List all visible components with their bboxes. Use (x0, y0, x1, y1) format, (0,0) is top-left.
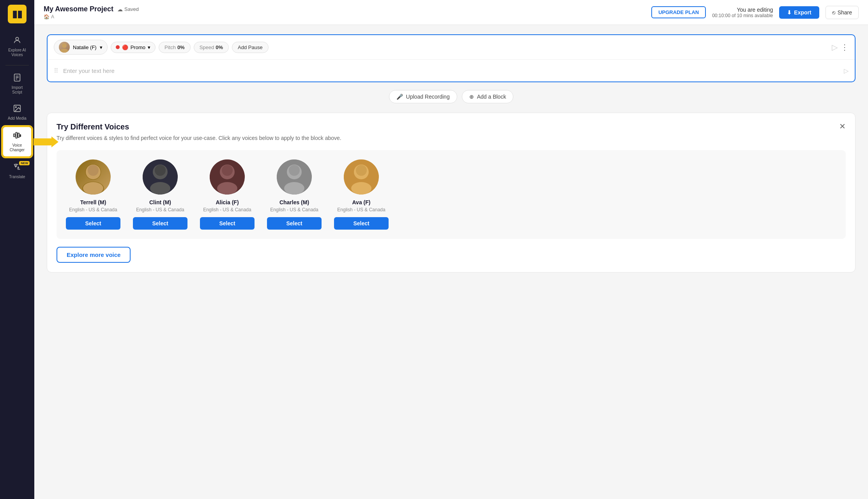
svg-point-34 (351, 182, 371, 195)
logo-icon: ▮▮ (12, 9, 22, 19)
add-block-button[interactable]: ⊕ Add a Block (462, 90, 514, 103)
pitch-label: Pitch (164, 44, 176, 50)
breadcrumb-label: A (51, 14, 54, 19)
microphone-icon: 🎤 (396, 94, 403, 100)
sidebar-item-explore-ai[interactable]: Explore AIVoices (2, 32, 32, 61)
voices-panel-header: Try Different Voices ✕ (57, 122, 846, 131)
sidebar-item-import-script-label: ImportScript (12, 85, 23, 95)
new-badge: NEW (19, 161, 30, 165)
add-media-icon (13, 104, 21, 115)
saved-badge: ☁ Saved (117, 6, 139, 12)
share-label: Share (838, 9, 852, 16)
clint-name: Clint (M) (149, 199, 171, 205)
style-selector[interactable]: 🔴 Promo ▾ (111, 42, 156, 53)
action-row: 🎤 Upload Recording ⊕ Add a Block (47, 90, 856, 103)
voice-changer-icon (13, 131, 21, 142)
svg-point-0 (16, 37, 18, 40)
svg-point-33 (356, 165, 367, 176)
share-button[interactable]: ⎋ Share (826, 6, 859, 19)
mini-play-button[interactable]: ▷ (844, 67, 849, 74)
alicia-avatar (210, 159, 245, 195)
voice-selector[interactable]: Natalie (F) ▾ (54, 40, 108, 55)
voice-name: Natalie (F) (73, 44, 97, 50)
sidebar-item-translate[interactable]: NEW Translate (2, 159, 32, 183)
voices-grid: Terrell (M) English - US & Canada Select… (57, 150, 846, 239)
svg-point-13 (60, 49, 68, 53)
voice-dropdown-icon: ▾ (100, 44, 103, 50)
export-icon: ⬇ (787, 9, 792, 16)
text-block-toolbar: Natalie (F) ▾ 🔴 Promo ▾ Pitch 0% Speed 0… (48, 35, 855, 60)
style-dropdown-icon: ▾ (148, 44, 150, 50)
voice-card-ava: Ava (F) English - US & Canada Select (334, 159, 389, 230)
main-content: My Awesome Project ☁ Saved 🏠 A UPGRADE P… (34, 0, 868, 499)
sidebar-item-add-media[interactable]: Add Media (2, 100, 32, 125)
pitch-value: 0% (177, 44, 185, 50)
explore-ai-icon (13, 36, 21, 46)
plus-circle-icon: ⊕ (469, 94, 474, 100)
terrell-name: Terrell (M) (80, 199, 106, 205)
sidebar-item-add-media-label: Add Media (8, 116, 27, 121)
header-left: My Awesome Project ☁ Saved 🏠 A (44, 5, 139, 19)
export-button[interactable]: ⬇ Export (779, 6, 819, 19)
select-clint-button[interactable]: Select (133, 217, 187, 230)
style-dot-2: 🔴 (122, 44, 128, 50)
saved-status: Saved (124, 6, 139, 12)
cloud-icon: ☁ (117, 6, 123, 12)
you-are-editing-text: You are editing (737, 7, 773, 13)
pitch-control[interactable]: Pitch 0% (159, 42, 191, 53)
upload-recording-label: Upload Recording (406, 94, 450, 100)
svg-point-17 (88, 165, 99, 176)
svg-point-12 (62, 43, 67, 48)
import-script-icon (13, 73, 21, 84)
voice-card-alicia: Alicia (F) English - US & Canada Select (200, 159, 255, 230)
add-pause-button[interactable]: Add Pause (232, 42, 269, 53)
text-placeholder[interactable]: Enter your text here (63, 67, 839, 74)
sidebar: ▮▮ Explore AIVoices ImportScript Add Med… (0, 0, 34, 499)
svg-point-21 (155, 165, 166, 176)
voice-card-clint: Clint (M) English - US & Canada Select (133, 159, 187, 230)
select-ava-button[interactable]: Select (334, 217, 389, 230)
charles-avatar (277, 159, 312, 195)
select-terrell-button[interactable]: Select (66, 217, 120, 230)
ava-lang: English - US & Canada (337, 207, 385, 212)
style-dot (116, 45, 120, 49)
upgrade-plan-button[interactable]: UPGRADE PLAN (651, 6, 706, 18)
clint-lang: English - US & Canada (136, 207, 184, 212)
share-icon: ⎋ (832, 9, 835, 16)
play-button[interactable]: ▷ (832, 42, 838, 52)
sidebar-item-import-script[interactable]: ImportScript (2, 69, 32, 99)
more-options-button[interactable]: ⋮ (841, 42, 849, 52)
voice-card-charles: Charles (M) English - US & Canada Select (267, 159, 322, 230)
charles-name: Charles (M) (279, 199, 309, 205)
header: My Awesome Project ☁ Saved 🏠 A UPGRADE P… (34, 0, 868, 25)
alicia-lang: English - US & Canada (203, 207, 251, 212)
add-block-label: Add a Block (477, 94, 506, 100)
select-alicia-button[interactable]: Select (200, 217, 255, 230)
sidebar-item-voice-changer-label: VoiceChanger (10, 143, 25, 152)
speed-value: 0% (216, 44, 223, 50)
upload-recording-button[interactable]: 🎤 Upload Recording (389, 90, 457, 103)
select-charles-button[interactable]: Select (267, 217, 322, 230)
svg-point-25 (222, 165, 233, 176)
terrell-avatar (76, 159, 111, 195)
breadcrumb: 🏠 A (44, 14, 139, 19)
sidebar-item-voice-changer[interactable]: VoiceChanger (2, 126, 32, 157)
app-logo: ▮▮ (8, 5, 27, 23)
you-are-editing-section: You are editing 00:10:00 of 10 mins avai… (712, 7, 773, 18)
voice-card-terrell: Terrell (M) English - US & Canada Select (66, 159, 120, 230)
content-area: Natalie (F) ▾ 🔴 Promo ▾ Pitch 0% Speed 0… (34, 25, 868, 499)
svg-rect-7 (14, 134, 15, 136)
voices-panel-title: Try Different Voices (57, 122, 129, 131)
explore-more-voices-button[interactable]: Explore more voice (57, 247, 131, 263)
text-block: Natalie (F) ▾ 🔴 Promo ▾ Pitch 0% Speed 0… (47, 34, 856, 82)
style-name: Promo (131, 44, 145, 50)
speed-control[interactable]: Speed 0% (194, 42, 229, 53)
sidebar-divider-1 (5, 65, 29, 65)
drag-handle[interactable]: ⠿ (54, 67, 58, 74)
voice-avatar (59, 42, 70, 53)
sidebar-item-explore-ai-label: Explore AIVoices (8, 48, 26, 57)
alicia-name: Alicia (F) (216, 199, 239, 205)
close-voices-panel-button[interactable]: ✕ (839, 122, 846, 130)
voices-panel: Try Different Voices ✕ Try different voi… (47, 113, 856, 273)
project-title: My Awesome Project (44, 5, 113, 13)
